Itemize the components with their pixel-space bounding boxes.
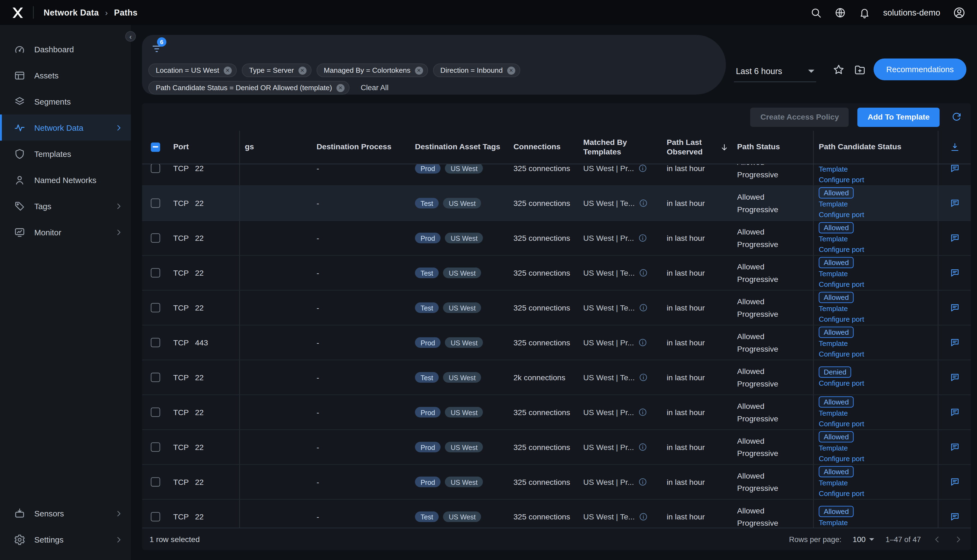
sidebar-item-dashboard[interactable]: Dashboard <box>0 36 131 62</box>
table-row[interactable]: TCP22-TestUS West325 connectionsUS West … <box>142 500 971 528</box>
comment-icon[interactable] <box>949 337 960 348</box>
table-row[interactable]: TCP22-ProdUS West325 connectionsUS West … <box>142 395 971 430</box>
template-link[interactable]: Template <box>819 443 848 453</box>
row-checkbox[interactable] <box>151 512 160 521</box>
comment-icon[interactable] <box>949 233 960 243</box>
candidate-status-badge[interactable]: Allowed <box>819 466 854 477</box>
remove-filter-icon[interactable]: ✕ <box>507 66 515 74</box>
sidebar-item-tags[interactable]: Tags <box>0 193 131 219</box>
table-row[interactable]: TCP22-TestUS West325 connectionsUS West … <box>142 291 971 325</box>
column-header-gs[interactable]: gs <box>240 131 311 164</box>
filter-chip[interactable]: Path Candidate Status = Denied OR Allowe… <box>148 81 350 95</box>
configure-port-link[interactable]: Configure port <box>819 315 864 324</box>
template-link[interactable]: Template <box>819 269 848 278</box>
row-checkbox[interactable] <box>151 477 160 487</box>
comment-icon[interactable] <box>949 164 960 173</box>
filter-chip[interactable]: Type = Server✕ <box>241 63 311 77</box>
candidate-status-badge[interactable]: Allowed <box>819 506 854 517</box>
remove-filter-icon[interactable]: ✕ <box>298 66 306 74</box>
table-row[interactable]: TCP22-TestUS West325 connectionsUS West … <box>142 256 971 291</box>
column-header-path-candidate-status[interactable]: Path Candidate Status <box>813 131 938 164</box>
row-checkbox[interactable] <box>151 442 160 452</box>
add-to-template-button[interactable]: Add To Template <box>858 107 940 127</box>
filter-chip[interactable]: Location = US West✕ <box>148 63 237 77</box>
configure-port-link[interactable]: Configure port <box>819 175 864 184</box>
next-page-icon[interactable] <box>953 534 964 544</box>
globe-icon[interactable] <box>835 7 847 18</box>
candidate-status-badge[interactable]: Allowed <box>819 257 854 268</box>
candidate-status-badge[interactable]: Allowed <box>819 396 854 407</box>
template-link[interactable]: Template <box>819 199 848 208</box>
info-icon[interactable] <box>637 233 647 243</box>
info-icon[interactable] <box>637 442 647 452</box>
template-link[interactable]: Template <box>819 234 848 243</box>
sort-descending-icon[interactable] <box>720 142 729 152</box>
template-link[interactable]: Template <box>819 408 848 418</box>
row-checkbox[interactable] <box>151 164 160 173</box>
column-header-connections[interactable]: Connections <box>509 131 578 164</box>
info-icon[interactable] <box>637 338 647 347</box>
clear-all-link[interactable]: Clear All <box>361 83 388 92</box>
column-header-port[interactable]: Port <box>168 131 240 164</box>
row-checkbox[interactable] <box>151 303 160 312</box>
account-icon[interactable] <box>953 6 966 19</box>
table-row[interactable]: TCP22-ProdUS West325 connectionsUS West … <box>142 221 971 256</box>
breadcrumb-section[interactable]: Network Data <box>43 8 99 17</box>
comment-icon[interactable] <box>949 372 960 383</box>
column-header-path-last-observed[interactable]: Path Last Observed <box>662 131 732 164</box>
remove-filter-icon[interactable]: ✕ <box>224 66 232 74</box>
column-header-matched-by-templates[interactable]: Matched By Templates <box>578 131 662 164</box>
table-row[interactable]: TCP22-TestUS West325 connectionsUS West … <box>142 186 971 221</box>
configure-port-link[interactable]: Configure port <box>819 419 864 428</box>
sidebar-item-templates[interactable]: Templates <box>0 140 131 167</box>
configure-port-link[interactable]: Configure port <box>819 454 864 463</box>
sidebar-collapse-button[interactable]: ‹ <box>125 31 136 42</box>
configure-port-link[interactable]: Configure port <box>819 210 864 219</box>
template-link[interactable]: Template <box>819 478 848 488</box>
refresh-icon[interactable] <box>951 112 962 123</box>
download-icon[interactable] <box>949 142 960 153</box>
row-checkbox[interactable] <box>151 373 160 382</box>
sidebar-item-segments[interactable]: Segments <box>0 88 131 114</box>
search-icon[interactable] <box>810 7 822 18</box>
recommendations-button[interactable]: Recommendations <box>874 58 967 80</box>
table-row[interactable]: TCP22-ProdUS West325 connectionsUS West … <box>142 164 971 186</box>
save-filter-folder-icon[interactable] <box>853 63 866 76</box>
comment-icon[interactable] <box>949 477 960 487</box>
app-logo-icon[interactable] <box>11 6 24 19</box>
comment-icon[interactable] <box>949 442 960 452</box>
filter-chip[interactable]: Managed By = Colortokens✕ <box>316 63 428 77</box>
sidebar-item-assets[interactable]: Assets <box>0 62 131 88</box>
template-link[interactable]: Template <box>819 304 848 313</box>
candidate-status-badge[interactable]: Allowed <box>819 431 854 442</box>
table-row[interactable]: TCP443-ProdUS West325 connectionsUS West… <box>142 325 971 360</box>
notifications-icon[interactable] <box>859 7 871 18</box>
account-name[interactable]: solutions-demo <box>883 8 940 17</box>
configure-port-link[interactable]: Configure port <box>819 488 864 498</box>
info-icon[interactable] <box>637 477 647 487</box>
comment-icon[interactable] <box>949 267 960 278</box>
create-access-policy-button[interactable]: Create Access Policy <box>751 107 849 127</box>
row-checkbox[interactable] <box>151 233 160 243</box>
info-icon[interactable] <box>638 268 648 278</box>
configure-port-link[interactable]: Configure port <box>819 245 864 254</box>
info-icon[interactable] <box>638 373 648 382</box>
configure-port-link[interactable]: Configure port <box>819 280 864 289</box>
previous-page-icon[interactable] <box>932 534 942 544</box>
configure-port-link[interactable]: Configure port <box>819 350 864 359</box>
info-icon[interactable] <box>638 303 648 312</box>
select-all-checkbox[interactable] <box>151 142 160 152</box>
row-checkbox[interactable] <box>151 268 160 278</box>
sidebar-item-network-data[interactable]: Network Data <box>0 114 131 140</box>
sidebar-item-settings[interactable]: Settings <box>0 527 131 553</box>
template-link[interactable]: Template <box>819 339 848 348</box>
table-row[interactable]: TCP22-TestUS West2k connectionsUS West |… <box>142 360 971 395</box>
row-checkbox[interactable] <box>151 407 160 417</box>
candidate-status-badge[interactable]: Allowed <box>819 187 854 198</box>
column-header-path-status[interactable]: Path Status <box>732 131 813 164</box>
row-checkbox[interactable] <box>151 198 160 208</box>
comment-icon[interactable] <box>949 302 960 313</box>
rows-per-page-select[interactable]: 100 <box>853 535 875 543</box>
sidebar-item-sensors[interactable]: Sensors <box>0 500 131 527</box>
info-icon[interactable] <box>638 512 648 521</box>
